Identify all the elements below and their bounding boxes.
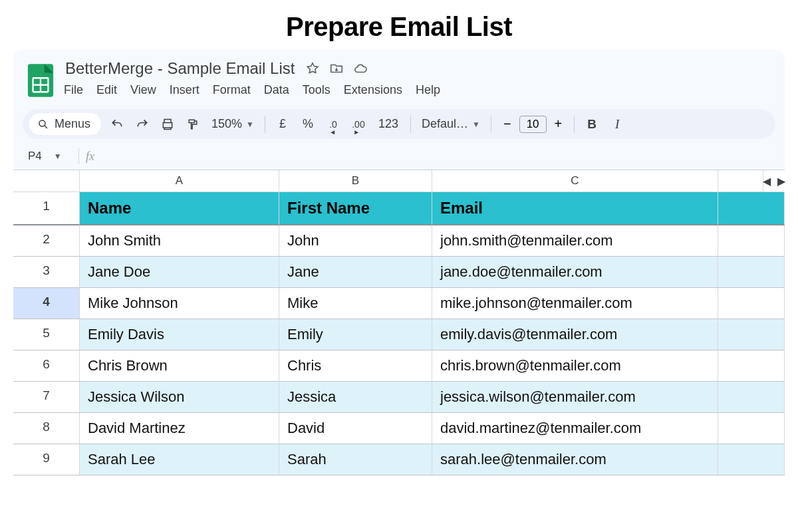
zoom-dropdown[interactable]: 150% ▼: [209, 117, 257, 131]
font-size-increase[interactable]: +: [551, 116, 567, 132]
cell-email[interactable]: sarah.lee@tenmailer.com: [432, 444, 718, 475]
formula-bar-row: P4 ▼ fx: [23, 146, 775, 170]
cell-email[interactable]: jessica.wilson@tenmailer.com: [432, 382, 718, 413]
redo-button[interactable]: [133, 115, 152, 134]
font-size-decrease[interactable]: −: [499, 116, 515, 132]
cell-blank[interactable]: [718, 192, 785, 225]
font-dropdown[interactable]: Defaul… ▼: [419, 117, 483, 131]
menu-extensions[interactable]: Extensions: [344, 83, 402, 97]
table-row: 7Jessica WilsonJessicajessica.wilson@ten…: [13, 382, 785, 413]
doc-header: BetterMerge - Sample Email List File Edi…: [23, 57, 775, 105]
bold-button[interactable]: B: [583, 115, 601, 134]
cell-blank[interactable]: [718, 257, 785, 288]
cell-name[interactable]: John Smith: [80, 225, 279, 257]
select-all-corner[interactable]: [13, 170, 80, 192]
column-headers: A B C ◀ ▶: [13, 170, 785, 192]
undo-button[interactable]: [108, 115, 126, 134]
cell-blank[interactable]: [718, 382, 785, 413]
col-header-c[interactable]: C: [432, 170, 718, 192]
row-header-1[interactable]: 1: [13, 192, 80, 225]
menus-label: Menus: [55, 117, 90, 131]
decrease-decimal-button[interactable]: .0◄: [324, 115, 342, 134]
name-box-value: P4: [28, 150, 42, 163]
move-icon[interactable]: [329, 61, 344, 76]
menu-file[interactable]: File: [64, 83, 83, 97]
percent-button[interactable]: %: [299, 115, 317, 134]
cell-first[interactable]: Jessica: [279, 382, 432, 413]
cell-first[interactable]: Chris: [279, 350, 432, 382]
menu-format[interactable]: Format: [213, 83, 251, 97]
cell-email[interactable]: mike.johnson@tenmailer.com: [432, 288, 718, 319]
name-box[interactable]: P4 ▼: [25, 148, 72, 164]
cell-name[interactable]: Sarah Lee: [80, 444, 279, 475]
row-header[interactable]: 8: [13, 413, 80, 444]
menu-tools[interactable]: Tools: [303, 83, 331, 97]
separator: [491, 116, 491, 133]
cell-name[interactable]: Chris Brown: [80, 350, 279, 382]
row-header[interactable]: 3: [13, 257, 80, 288]
cell-email[interactable]: jane.doe@tenmailer.com: [432, 257, 718, 288]
separator: [410, 116, 411, 133]
separator: [574, 116, 575, 133]
row-header[interactable]: 7: [13, 382, 80, 413]
italic-button[interactable]: I: [608, 115, 626, 134]
font-size-input[interactable]: 10: [519, 116, 547, 133]
row-header[interactable]: 2: [13, 225, 80, 257]
cell-first[interactable]: John: [279, 225, 432, 257]
header-cell-first[interactable]: First Name: [279, 192, 432, 225]
cell-email[interactable]: emily.davis@tenmailer.com: [432, 319, 718, 350]
paint-format-button[interactable]: [184, 115, 202, 134]
cell-email[interactable]: john.smith@tenmailer.com: [432, 225, 718, 257]
cell-blank[interactable]: [718, 350, 785, 382]
font-name: Defaul…: [422, 117, 468, 131]
row-header[interactable]: 6: [13, 350, 80, 382]
menu-edit[interactable]: Edit: [96, 83, 117, 97]
menu-bar: File Edit View Insert Format Data Tools …: [64, 82, 440, 102]
menu-view[interactable]: View: [130, 83, 156, 97]
cell-first[interactable]: Sarah: [279, 444, 432, 475]
zoom-value: 150%: [211, 117, 242, 131]
menu-help[interactable]: Help: [416, 83, 440, 97]
table-row: 6Chris BrownChrischris.brown@tenmailer.c…: [13, 350, 785, 382]
chevron-down-icon: ▼: [472, 120, 480, 129]
print-button[interactable]: [158, 115, 177, 134]
cell-first[interactable]: Emily: [279, 319, 432, 350]
header-cell-name[interactable]: Name: [80, 192, 279, 225]
menus-search-button[interactable]: Menus: [29, 113, 101, 135]
doc-title[interactable]: BetterMerge - Sample Email List: [64, 58, 296, 79]
cell-blank[interactable]: [718, 225, 785, 257]
row-header[interactable]: 5: [13, 319, 80, 350]
sheets-app-chrome: BetterMerge - Sample Email List File Edi…: [13, 50, 785, 170]
spreadsheet-grid[interactable]: A B C ◀ ▶ 1 Name First Name Email 2John …: [13, 170, 785, 475]
increase-decimal-button[interactable]: .00►: [349, 115, 368, 134]
cell-name[interactable]: Jessica Wilson: [80, 382, 279, 413]
menu-data[interactable]: Data: [264, 83, 289, 97]
cell-name[interactable]: David Martinez: [80, 413, 279, 444]
cell-name[interactable]: Jane Doe: [80, 257, 279, 288]
cell-first[interactable]: Mike: [279, 288, 432, 319]
cell-first[interactable]: Jane: [279, 257, 432, 288]
row-header[interactable]: 9: [13, 444, 80, 475]
cell-blank[interactable]: [718, 288, 785, 319]
cell-first[interactable]: David: [279, 413, 432, 444]
cell-email[interactable]: chris.brown@tenmailer.com: [432, 350, 718, 382]
cell-email[interactable]: david.martinez@tenmailer.com: [432, 413, 718, 444]
col-header-a[interactable]: A: [80, 170, 279, 192]
format-123-button[interactable]: 123: [374, 115, 402, 134]
cell-blank[interactable]: [718, 413, 785, 444]
col-header-blank[interactable]: [718, 170, 763, 192]
currency-button[interactable]: £: [273, 115, 292, 134]
menu-insert[interactable]: Insert: [170, 83, 200, 97]
cell-blank[interactable]: [718, 319, 785, 350]
header-cell-email[interactable]: Email: [432, 192, 718, 225]
scroll-right-icon[interactable]: ▶: [776, 175, 787, 188]
scroll-left-icon[interactable]: ◀: [761, 175, 772, 188]
cell-name[interactable]: Mike Johnson: [80, 288, 279, 319]
row-header[interactable]: 4: [13, 288, 80, 319]
cell-name[interactable]: Emily Davis: [80, 319, 279, 350]
star-icon[interactable]: [305, 61, 320, 76]
cell-blank[interactable]: [718, 444, 785, 475]
col-header-b[interactable]: B: [279, 170, 432, 192]
separator: [265, 116, 265, 133]
cloud-icon[interactable]: [353, 61, 368, 76]
